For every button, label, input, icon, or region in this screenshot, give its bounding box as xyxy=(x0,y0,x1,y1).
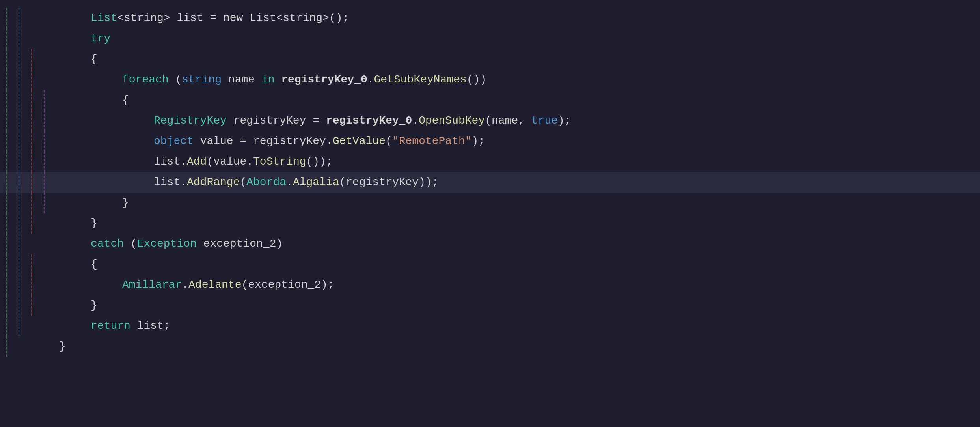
code-line: return list; xyxy=(0,316,980,336)
line-content: { xyxy=(51,254,980,275)
code-line: } xyxy=(0,213,980,234)
line-guides xyxy=(0,28,51,49)
line-content: List<string> list = new List<string>(); xyxy=(51,8,980,28)
line-content: { xyxy=(51,49,980,69)
line-guides xyxy=(0,110,51,131)
token: OpenSubKey xyxy=(419,112,485,130)
token: List xyxy=(91,9,117,27)
code-line: RegistryKey registryKey = registryKey_0.… xyxy=(0,110,980,131)
code-line: object value = registryKey.GetValue("Rem… xyxy=(0,131,980,152)
token: return xyxy=(91,317,130,335)
line-guides xyxy=(0,316,51,336)
code-lines: List<string> list = new List<string>();t… xyxy=(0,8,980,357)
line-content: object value = registryKey.GetValue("Rem… xyxy=(51,131,980,152)
token: registryKey = xyxy=(227,112,326,130)
line-guides xyxy=(0,69,51,90)
line-content: list.Add(value.ToString()); xyxy=(51,152,980,172)
line-guides xyxy=(0,90,51,110)
token: registryKey_0 xyxy=(326,112,412,130)
token: true xyxy=(531,112,558,130)
line-content: } xyxy=(51,336,980,357)
line-content: } xyxy=(51,295,980,316)
line-content: } xyxy=(51,193,980,213)
code-line: } xyxy=(0,193,980,213)
token: } xyxy=(91,215,97,232)
token: ( xyxy=(386,133,392,150)
line-guides xyxy=(0,295,51,316)
token: } xyxy=(91,297,97,315)
token: . xyxy=(367,71,374,89)
token: . xyxy=(286,174,293,191)
line-guides xyxy=(0,8,51,28)
line-content: try xyxy=(51,28,980,49)
code-line: try xyxy=(0,28,980,49)
line-guides xyxy=(0,213,51,234)
token: Adelante xyxy=(188,276,241,294)
token: ); xyxy=(472,133,485,150)
token: "RemotePath" xyxy=(392,133,472,150)
token: AddRange xyxy=(187,174,240,191)
line-content: { xyxy=(51,90,980,110)
token: list. xyxy=(154,153,187,171)
token: ( xyxy=(169,71,182,89)
code-line: } xyxy=(0,336,980,357)
token: ); xyxy=(558,112,571,130)
token: try xyxy=(91,30,110,48)
token: Amillarar xyxy=(122,276,182,294)
line-guides xyxy=(0,234,51,254)
token: catch xyxy=(91,235,124,253)
token: Exception xyxy=(137,235,197,253)
code-line: } xyxy=(0,295,980,316)
line-content: RegistryKey registryKey = registryKey_0.… xyxy=(51,110,980,131)
token: Add xyxy=(187,153,207,171)
code-line: list.AddRange(Aborda.Algalia(registryKey… xyxy=(0,172,980,193)
code-line: catch (Exception exception_2) xyxy=(0,234,980,254)
line-content: foreach (string name in registryKey_0.Ge… xyxy=(51,69,980,90)
line-content: catch (Exception exception_2) xyxy=(51,234,980,254)
code-line: list.Add(value.ToString()); xyxy=(0,152,980,172)
token: ToString xyxy=(253,153,306,171)
token: GetSubKeyNames xyxy=(374,71,467,89)
line-guides xyxy=(0,336,51,357)
token: foreach xyxy=(122,71,169,89)
code-line: foreach (string name in registryKey_0.Ge… xyxy=(0,69,980,90)
token: } xyxy=(59,338,66,356)
line-guides xyxy=(0,152,51,172)
code-line: List<string> list = new List<string>(); xyxy=(0,8,980,28)
token: ()) xyxy=(467,71,486,89)
code-line: { xyxy=(0,49,980,69)
code-line: { xyxy=(0,254,980,275)
token: . xyxy=(412,112,419,130)
line-content: return list; xyxy=(51,316,980,336)
token: { xyxy=(122,92,129,109)
token: (registryKey)); xyxy=(339,174,439,191)
token: list. xyxy=(154,174,187,191)
token: Aborda xyxy=(246,174,286,191)
token: name xyxy=(222,71,261,89)
token: } xyxy=(122,194,129,212)
line-content: list.AddRange(Aborda.Algalia(registryKey… xyxy=(51,172,980,193)
line-guides xyxy=(0,49,51,69)
line-guides xyxy=(0,131,51,152)
token: GetValue xyxy=(333,133,386,150)
token xyxy=(275,71,281,89)
line-guides xyxy=(0,193,51,213)
token: in xyxy=(261,71,275,89)
line-guides xyxy=(0,254,51,275)
line-content: Amillarar.Adelante(exception_2); xyxy=(51,275,980,295)
token: ( xyxy=(124,235,137,253)
code-line: { xyxy=(0,90,980,110)
line-content: } xyxy=(51,213,980,234)
token: list; xyxy=(130,317,170,335)
token: <string> list = new List<string>(); xyxy=(117,9,349,27)
token: Algalia xyxy=(293,174,339,191)
token: string xyxy=(182,71,222,89)
token: (value. xyxy=(207,153,253,171)
token: exception_2) xyxy=(197,235,283,253)
token: ( xyxy=(240,174,246,191)
token: { xyxy=(91,51,97,68)
line-guides xyxy=(0,275,51,295)
token: (exception_2); xyxy=(241,276,334,294)
code-editor: List<string> list = new List<string>();t… xyxy=(0,0,980,427)
token: (name, xyxy=(485,112,531,130)
